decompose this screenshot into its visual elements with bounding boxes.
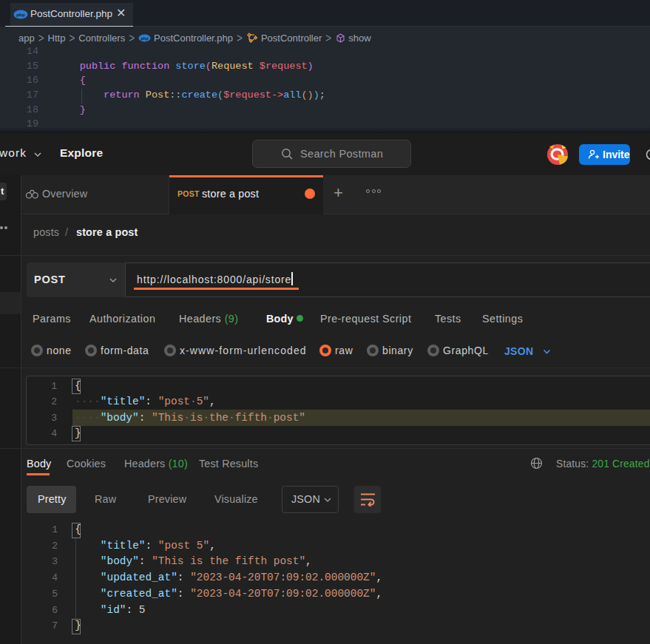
svg-text:php: php [16, 12, 25, 17]
svg-text:php: php [141, 35, 149, 40]
